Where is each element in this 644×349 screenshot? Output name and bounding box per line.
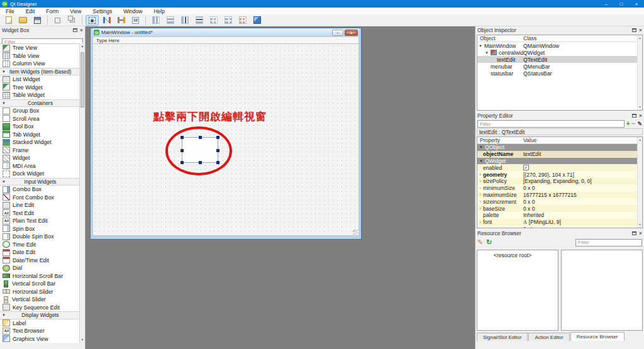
resize-handle-bottom-left[interactable] xyxy=(180,161,184,164)
float-panel-icon[interactable] xyxy=(632,114,636,118)
property-row-font[interactable]: ›fontA[PMingLiU, 9] xyxy=(477,219,642,226)
tab-resource-browser[interactable]: Resource Browser xyxy=(570,332,625,341)
edit-buddies-button[interactable] xyxy=(114,15,128,26)
widget-box-item-column-view[interactable]: Column View xyxy=(0,60,79,68)
widget-box-item-mdi-area[interactable]: MDI Area xyxy=(0,162,79,170)
close-button[interactable]: × xyxy=(629,0,644,8)
adjust-size-button[interactable] xyxy=(250,15,264,26)
tab-signal-slot-editor[interactable]: Signal/Slot Editor xyxy=(477,333,528,341)
widget-box-item-combo-box[interactable]: Combo Box xyxy=(0,186,79,194)
resource-preview-pane[interactable] xyxy=(561,250,643,331)
object-row-textedit[interactable]: textEditQTextEdit xyxy=(477,56,642,63)
resource-filter-input[interactable] xyxy=(575,239,642,247)
selected-textedit-widget[interactable] xyxy=(182,137,218,163)
widget-box-item-table-widget[interactable]: Table Widget xyxy=(0,91,79,99)
scroll-down-icon[interactable]: ▼ xyxy=(638,104,642,110)
checkbox-checked-icon[interactable]: ✓ xyxy=(523,165,529,170)
scroll-up-icon[interactable]: ▲ xyxy=(638,137,642,143)
edit-resources-icon[interactable]: ✎ xyxy=(477,238,483,247)
lay-out-horizontally-button[interactable] xyxy=(149,15,162,26)
close-panel-icon[interactable]: × xyxy=(639,231,642,235)
object-row-statusbar[interactable]: statusbarQStatusBar xyxy=(477,70,642,77)
float-panel-icon[interactable] xyxy=(73,28,77,32)
resource-root-item[interactable]: <resource root> xyxy=(477,250,558,258)
minimize-button[interactable]: – xyxy=(599,0,614,8)
widget-box-item-line-edit[interactable]: Line Edit xyxy=(0,201,79,209)
resize-handle-top-middle[interactable] xyxy=(199,136,202,139)
duplicate-button[interactable] xyxy=(65,15,79,26)
add-dynamic-property-button[interactable]: + xyxy=(626,121,630,127)
widget-box-item-text-browser[interactable]: Text Browser xyxy=(0,327,79,335)
form-titlebar[interactable]: Qt MainWindow - untitled* – × xyxy=(92,28,359,36)
close-panel-icon[interactable]: × xyxy=(80,28,83,32)
widget-box-item-vertical-scroll-bar[interactable]: Vertical Scroll Bar xyxy=(0,280,79,288)
property-row-sizepolicy[interactable]: ›sizePolicy[Expanding, Expanding, 0, 0] xyxy=(477,178,642,185)
scroll-up-icon[interactable]: ▲ xyxy=(638,35,642,41)
object-row-menubar[interactable]: menubarQMenuBar xyxy=(477,63,642,70)
save-form-button[interactable] xyxy=(31,15,44,26)
menu-edit[interactable]: Edit xyxy=(20,8,41,14)
widget-box-item-spin-box[interactable]: Spin Box xyxy=(0,225,79,233)
object-row-mainwindow[interactable]: ▼MainWindowQMainWindow xyxy=(477,42,642,49)
lay-out-horizontally-in-splitter-button[interactable] xyxy=(178,15,191,26)
widget-box-item-key-sequence-edit[interactable]: Key Sequence Edit xyxy=(0,304,79,312)
menu-form[interactable]: Form xyxy=(40,8,64,14)
widget-box-section-input-widgets[interactable]: ▼Input Widgets xyxy=(0,178,79,186)
property-row-maximumsize[interactable]: ›maximumSize16777215 x 16777215 xyxy=(477,192,642,199)
property-editor-config-button[interactable]: ✎ xyxy=(637,121,642,127)
widget-box-section-containers[interactable]: ▼Containers xyxy=(0,99,79,108)
widget-box-section-item-widgets-item-based[interactable]: ▼Item Widgets (Item-Based) xyxy=(0,68,79,76)
widget-box-item-plain-text-edit[interactable]: Plain Text Edit xyxy=(0,217,79,225)
property-group-qobject[interactable]: ▼QObject xyxy=(477,144,642,151)
resize-handle-middle-left[interactable] xyxy=(180,149,184,152)
menu-view[interactable]: View xyxy=(64,8,87,14)
widget-box-item-table-view[interactable]: Table View xyxy=(0,52,79,60)
menu-window[interactable]: Window xyxy=(118,8,148,14)
resize-handle-top-right[interactable] xyxy=(216,136,219,139)
widget-box-section-display-widgets[interactable]: ▼Display Widgets xyxy=(0,311,79,319)
property-row-objectname[interactable]: objectNametextEdit xyxy=(477,151,642,158)
reload-resources-icon[interactable]: ↻ xyxy=(486,238,492,247)
open-form-button[interactable] xyxy=(16,15,30,26)
widget-box-item-date-edit[interactable]: Date Edit xyxy=(0,248,79,257)
form-menu-type-here[interactable]: Type Here xyxy=(93,38,123,43)
resource-tree-pane[interactable]: <resource root> xyxy=(477,250,558,331)
widget-box-item-vertical-slider[interactable]: Vertical Slider xyxy=(0,296,79,304)
property-group-qwidget[interactable]: ▼QWidget xyxy=(477,158,642,165)
resize-handle-top-left[interactable] xyxy=(180,136,184,139)
lay-out-vertically-in-splitter-button[interactable] xyxy=(192,15,206,26)
widget-box-item-tree-view[interactable]: Tree View xyxy=(0,44,79,52)
menu-settings[interactable]: Settings xyxy=(87,8,118,14)
property-row-palette[interactable]: paletteInherited xyxy=(477,212,642,219)
widget-box-item-tab-widget[interactable]: Tab Widget xyxy=(0,131,79,139)
scroll-down-icon[interactable]: ▼ xyxy=(80,337,85,343)
widget-box-item-double-spin-box[interactable]: Double Spin Box xyxy=(0,233,79,241)
scrollbar-thumb[interactable] xyxy=(80,52,84,108)
widget-box-item-time-edit[interactable]: Time Edit xyxy=(0,241,79,249)
widget-box-item-stacked-widget[interactable]: Stacked Widget xyxy=(0,138,79,147)
property-row-geometry[interactable]: ›geometry[(270, 290), 104 x 71] xyxy=(477,171,642,178)
resize-handle-middle-right[interactable] xyxy=(216,149,219,152)
property-row-sizeincrement[interactable]: ›sizeIncrement0 x 0 xyxy=(477,198,642,205)
remove-dynamic-property-button[interactable]: − xyxy=(632,121,636,127)
widget-box-scrollbar[interactable]: ▲ ▼ xyxy=(79,43,85,343)
widget-box-item-dial[interactable]: Dial xyxy=(0,264,79,272)
widget-box-item-date-time-edit[interactable]: Date/Time Edit xyxy=(0,257,79,265)
widget-box-item-horizontal-scroll-bar[interactable]: Horizontal Scroll Bar xyxy=(0,272,79,280)
property-filter-input[interactable] xyxy=(477,120,625,128)
widget-box-item-tool-box[interactable]: Tool Box xyxy=(0,123,79,131)
widget-box-item-list-widget[interactable]: List Widget xyxy=(0,75,79,84)
object-inspector-scrollbar[interactable]: ▲ ▼ xyxy=(637,35,642,110)
edit-widgets-button[interactable]: ▣ xyxy=(86,15,99,26)
close-panel-icon[interactable]: × xyxy=(639,114,642,118)
lay-out-vertically-button[interactable] xyxy=(164,15,177,26)
form-close-button[interactable]: × xyxy=(345,30,358,36)
form-resize-grip[interactable] xyxy=(353,230,358,235)
edit-tab-order-button[interactable]: 12 xyxy=(129,15,142,26)
new-form-button[interactable] xyxy=(2,15,15,26)
tab-action-editor[interactable]: Action Editor xyxy=(528,333,569,341)
widget-box-item-group-box[interactable]: Group Box xyxy=(0,107,79,115)
property-row-minimumsize[interactable]: ›minimumSize0 x 0 xyxy=(477,185,642,192)
property-row-cursor[interactable]: cursor↖Arrow xyxy=(477,226,642,228)
widget-box-item-widget[interactable]: Widget xyxy=(0,154,79,162)
